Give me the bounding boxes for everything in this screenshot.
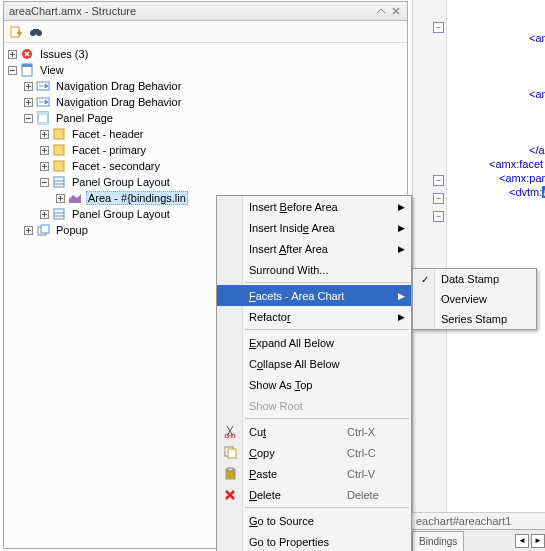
facets-submenu: ✓Data Stamp Overview Series Stamp (412, 268, 537, 330)
menu-show-root: Show Root (217, 395, 411, 416)
menu-collapse-all[interactable]: Collapse All Below (217, 353, 411, 374)
svg-rect-36 (228, 468, 233, 471)
menu-go-source[interactable]: Go to Source (217, 510, 411, 531)
submenu-series-stamp[interactable]: Series Stamp (413, 309, 536, 329)
panel-title: areaChart.amx - Structure (9, 5, 136, 17)
svg-rect-16 (38, 122, 48, 125)
expand-icon[interactable] (39, 145, 50, 156)
tree-node[interactable]: Facet - primary (7, 142, 407, 158)
panel-header: areaChart.amx - Structure (4, 2, 407, 21)
expand-icon[interactable] (7, 49, 18, 60)
breadcrumb[interactable]: eachart#areachart1 (412, 512, 545, 529)
behavior-icon (35, 78, 51, 94)
collapse-icon[interactable] (7, 65, 18, 76)
svg-rect-22 (54, 161, 64, 171)
svg-rect-27 (54, 209, 64, 219)
scroll-right-button[interactable]: ► (531, 534, 545, 548)
menu-delete[interactable]: DeleteDelete (217, 484, 411, 505)
svg-rect-34 (228, 449, 236, 458)
fold-icon[interactable]: − (433, 22, 444, 33)
menu-show-as-top[interactable]: Show As Top (217, 374, 411, 395)
tree-node-view[interactable]: View (7, 62, 407, 78)
svg-rect-15 (38, 112, 48, 115)
svg-rect-18 (54, 129, 64, 139)
minimize-icon[interactable] (375, 6, 387, 17)
tree-node[interactable]: Panel Group Layout (7, 174, 407, 190)
menu-paste[interactable]: PasteCtrl-V (217, 463, 411, 484)
tree-node[interactable]: Facet - secondary (7, 158, 407, 174)
tree-node[interactable]: Facet - header (7, 126, 407, 142)
panel-icon (35, 110, 51, 126)
context-menu: Insert Before Area▶ Insert Inside Area▶ … (216, 195, 412, 551)
menu-expand-all[interactable]: Expand All Below (217, 332, 411, 353)
expand-icon[interactable] (39, 209, 50, 220)
menu-surround-with[interactable]: Surround With... (217, 259, 411, 280)
facet-icon (51, 142, 67, 158)
expand-icon[interactable] (39, 129, 50, 140)
check-icon: ✓ (421, 274, 429, 285)
layout-icon (51, 174, 67, 190)
error-icon (19, 46, 35, 62)
behavior-icon (35, 94, 51, 110)
menu-insert-before[interactable]: Insert Before Area▶ (217, 196, 411, 217)
menu-insert-inside[interactable]: Insert Inside Area▶ (217, 217, 411, 238)
tree-node[interactable]: Navigation Drag Behavior (7, 78, 407, 94)
tree-node[interactable]: Navigation Drag Behavior (7, 94, 407, 110)
layout-icon (51, 206, 67, 222)
binoculars-icon[interactable] (28, 24, 44, 40)
delete-icon (222, 487, 238, 503)
svg-rect-3 (33, 29, 39, 32)
fold-icon[interactable]: − (433, 193, 444, 204)
fold-icon[interactable]: − (433, 175, 444, 186)
copy-icon (222, 445, 238, 461)
new-file-icon[interactable] (8, 24, 24, 40)
submenu-overview[interactable]: Overview (413, 289, 536, 309)
tree-node-issues[interactable]: Issues (3) (7, 46, 407, 62)
menu-facets[interactable]: Facets - Area Chart▶ (217, 285, 411, 306)
expand-icon[interactable] (55, 193, 66, 204)
facet-icon (51, 158, 67, 174)
scroll-left-button[interactable]: ◄ (515, 534, 529, 548)
svg-rect-20 (54, 145, 64, 155)
paste-icon (222, 466, 238, 482)
collapse-icon[interactable] (23, 113, 34, 124)
facet-icon (51, 126, 67, 142)
menu-insert-after[interactable]: Insert After Area▶ (217, 238, 411, 259)
fold-icon[interactable]: − (433, 211, 444, 222)
panel-toolbar (4, 21, 407, 43)
svg-rect-8 (22, 64, 32, 67)
expand-icon[interactable] (23, 97, 34, 108)
menu-cut[interactable]: CutCtrl-X (217, 421, 411, 442)
tab-bindings[interactable]: Bindings (412, 531, 464, 551)
menu-refactor[interactable]: Refactor▶ (217, 306, 411, 327)
close-icon[interactable] (390, 6, 402, 17)
submenu-data-stamp[interactable]: ✓Data Stamp (413, 269, 536, 289)
tree-node-panelpage[interactable]: Panel Page (7, 110, 407, 126)
expand-icon[interactable] (39, 161, 50, 172)
svg-rect-30 (41, 225, 49, 233)
area-chart-icon (67, 190, 83, 206)
popup-icon (35, 222, 51, 238)
page-icon (19, 62, 35, 78)
svg-rect-24 (54, 177, 64, 187)
svg-rect-0 (11, 27, 19, 37)
expand-icon[interactable] (23, 81, 34, 92)
editor-tabs: Bindings ◄ ► (412, 529, 545, 551)
menu-go-properties[interactable]: Go to Properties (217, 531, 411, 551)
cut-icon (222, 424, 238, 440)
menu-copy[interactable]: CopyCtrl-C (217, 442, 411, 463)
expand-icon[interactable] (23, 225, 34, 236)
collapse-icon[interactable] (39, 177, 50, 188)
editor-content: </a <am </a <am </a <amx:facet <amx:pane… (449, 3, 545, 213)
